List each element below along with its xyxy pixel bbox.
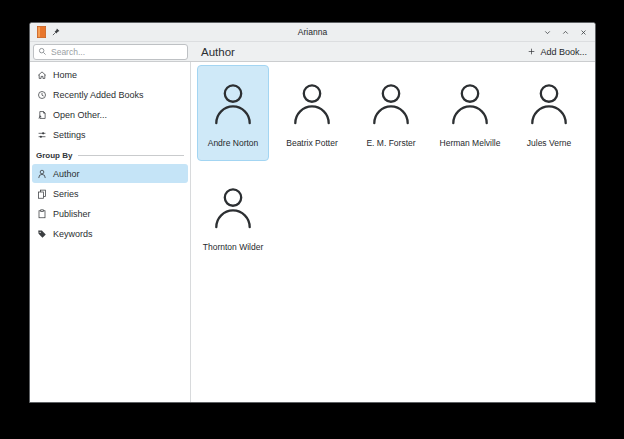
plus-icon <box>527 47 536 56</box>
sidebar-nav: Home Recently Added Books Open Other... … <box>30 65 190 144</box>
author-card[interactable]: Herman Melville <box>434 65 506 161</box>
search-icon <box>38 47 47 56</box>
person-icon <box>449 83 491 127</box>
search-box[interactable] <box>33 44 188 60</box>
sidebar: Home Recently Added Books Open Other... … <box>30 62 191 402</box>
person-icon <box>212 187 254 231</box>
clock-icon <box>37 90 47 100</box>
add-book-label: Add Book... <box>540 47 587 57</box>
titlebar: Arianna <box>30 23 595 42</box>
sidebar-item-label: Series <box>53 189 79 199</box>
sidebar-item-label: Recently Added Books <box>53 90 144 100</box>
add-book-button[interactable]: Add Book... <box>527 47 587 57</box>
pin-icon[interactable] <box>51 27 61 37</box>
keywords-icon <box>37 229 47 239</box>
search-input[interactable] <box>51 47 183 57</box>
author-name: Herman Melville <box>440 138 501 148</box>
person-icon <box>37 169 47 179</box>
author-name: Andre Norton <box>208 138 259 148</box>
group-by-divider <box>78 155 184 156</box>
author-card[interactable]: Beatrix Potter <box>276 65 348 161</box>
author-name: Jules Verne <box>527 138 571 148</box>
person-icon <box>528 83 570 127</box>
sidebar-item-home[interactable]: Home <box>32 65 188 84</box>
group-by-label: Group By <box>36 151 72 160</box>
home-icon <box>37 70 47 80</box>
sidebar-item-publisher[interactable]: Publisher <box>32 204 188 223</box>
group-by-header: Group By <box>30 148 190 163</box>
sidebar-item-label: Keywords <box>53 229 93 239</box>
sidebar-item-label: Publisher <box>53 209 91 219</box>
person-icon <box>212 83 254 127</box>
author-card[interactable]: Andre Norton <box>197 65 269 161</box>
close-button[interactable] <box>578 27 588 37</box>
author-card[interactable]: Jules Verne <box>513 65 585 161</box>
sidebar-item-recently-added-books[interactable]: Recently Added Books <box>32 85 188 104</box>
window-title: Arianna <box>30 27 595 37</box>
sidebar-item-keywords[interactable]: Keywords <box>32 224 188 243</box>
person-icon <box>370 83 412 127</box>
person-icon <box>291 83 333 127</box>
publisher-icon <box>37 209 47 219</box>
desktop-background: { "window": { "title": "Arianna" }, "tit… <box>0 0 624 439</box>
series-icon <box>37 189 47 199</box>
window-body: Home Recently Added Books Open Other... … <box>30 62 595 402</box>
sidebar-item-label: Settings <box>53 130 86 140</box>
maximize-button[interactable] <box>560 27 570 37</box>
author-grid: Andre Norton Beatrix Potter E. M. Forste… <box>197 65 595 265</box>
sidebar-item-series[interactable]: Series <box>32 184 188 203</box>
content-area: Andre Norton Beatrix Potter E. M. Forste… <box>191 62 595 402</box>
arianna-app-icon[interactable] <box>37 26 46 38</box>
sidebar-header <box>30 42 191 61</box>
author-name: Beatrix Potter <box>286 138 338 148</box>
author-card[interactable]: E. M. Forster <box>355 65 427 161</box>
minimize-button[interactable] <box>542 27 552 37</box>
sidebar-item-open-other[interactable]: Open Other... <box>32 105 188 124</box>
sidebar-item-label: Home <box>53 70 77 80</box>
toolbar: Author Add Book... <box>30 42 595 62</box>
sidebar-group-by: Author Series Publisher Keywords <box>30 164 190 243</box>
document-open-icon <box>37 110 47 120</box>
page-header: Author Add Book... <box>191 42 595 61</box>
author-name: Thornton Wilder <box>203 242 263 252</box>
sidebar-item-settings[interactable]: Settings <box>32 125 188 144</box>
settings-icon <box>37 130 47 140</box>
page-title: Author <box>201 46 235 58</box>
sidebar-item-author[interactable]: Author <box>32 164 188 183</box>
author-card[interactable]: Thornton Wilder <box>197 169 269 265</box>
arianna-window: Arianna <box>29 22 596 403</box>
sidebar-item-label: Author <box>53 169 80 179</box>
sidebar-item-label: Open Other... <box>53 110 107 120</box>
author-name: E. M. Forster <box>366 138 415 148</box>
